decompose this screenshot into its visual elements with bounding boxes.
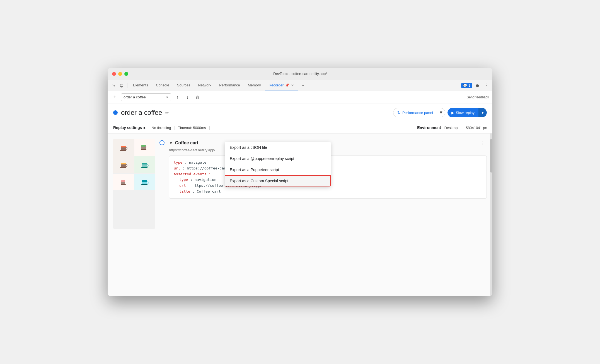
settings-btn[interactable] [473, 82, 481, 89]
svg-rect-2 [121, 87, 122, 87]
upload-btn[interactable]: ↑ [173, 93, 181, 101]
delete-recording-btn[interactable]: 🗑 [193, 93, 201, 101]
step-title: Coffee cart [175, 140, 199, 145]
chevron-down-icon-white: ▼ [481, 111, 484, 115]
title-bar: DevTools - coffee-cart.netlify.app/ [108, 68, 492, 80]
step-expand-icon[interactable]: ▼ [169, 141, 173, 145]
export-icon: ↓ [186, 95, 188, 100]
performance-panel-button-group: ↻ Performance panel ▼ [393, 108, 445, 117]
tab-sources[interactable]: Sources [173, 80, 194, 91]
tab-recorder[interactable]: Recorder 📌 ✕ [265, 80, 298, 91]
svg-rect-8 [145, 146, 146, 148]
recording-header: order a coffee ✏ ↻ Performance panel ▼ [108, 103, 492, 122]
tab-network[interactable]: Network [194, 80, 216, 91]
maximize-button[interactable] [124, 72, 128, 76]
svg-rect-5 [120, 150, 126, 151]
thumbnail-cell-3 [113, 156, 134, 173]
tab-elements[interactable]: Elements [129, 80, 152, 91]
environment-label: Environment [417, 125, 441, 130]
device-icon-btn[interactable] [118, 82, 125, 89]
svg-rect-21 [141, 184, 147, 185]
add-recording-btn[interactable]: + [111, 93, 119, 101]
environment-type: Desktop [444, 126, 458, 130]
recording-status-dot [113, 110, 118, 115]
thumbnail-cell-4 [134, 156, 155, 173]
tab-more[interactable]: » [298, 80, 308, 91]
step-more-options-btn[interactable]: ⋮ [479, 139, 487, 147]
export-json-item[interactable]: Export as a JSON file [225, 142, 331, 153]
export-btn[interactable]: ↓ [183, 93, 191, 101]
throttling-setting: No throttling [151, 126, 175, 130]
svg-rect-1 [121, 87, 122, 87]
tab-memory[interactable]: Memory [244, 80, 265, 91]
export-puppeteer-replay-item[interactable]: Export as a @puppeteer/replay script [225, 153, 331, 164]
step-thumbnail [113, 139, 155, 229]
export-puppeteer-item[interactable]: Export as a Puppeteer script [225, 164, 331, 175]
thumbnail-cell-1 [113, 139, 134, 156]
thumbnail-coffee-icon-3 [118, 159, 129, 170]
feedback-chat-badge[interactable]: 💬 1 [461, 83, 472, 88]
thumbnail-coffee-icon-5 [118, 176, 129, 188]
chevron-down-icon: ▼ [439, 110, 443, 115]
timeline-dot [159, 140, 164, 145]
chat-icon: 💬 [463, 84, 467, 88]
recorder-close-icon[interactable]: ✕ [291, 83, 294, 87]
three-dots-icon: ⋮ [484, 83, 488, 88]
tabs-right-area: 💬 1 ⋮ [461, 82, 490, 89]
minimize-button[interactable] [118, 72, 122, 76]
code-value-title: : Coffee cart [192, 189, 221, 193]
dropdown-chevron-icon: ▼ [166, 96, 169, 99]
svg-rect-20 [142, 180, 147, 182]
code-value-navigation: : navigation [190, 178, 216, 182]
thumbnail-cell-5 [113, 174, 134, 190]
code-key-url: url [174, 166, 180, 170]
main-content: order a coffee ✏ ↻ Performance panel ▼ [108, 103, 492, 296]
replay-settings-toggle[interactable]: Replay settings ▶ [113, 125, 146, 130]
thumbnail-cell-2 [134, 139, 155, 156]
export-custom-special-item[interactable]: Export as a Custom Special script [225, 175, 331, 186]
performance-panel-main-btn[interactable]: ↻ Performance panel [393, 108, 437, 117]
recorder-pin-icon: 📌 [285, 83, 289, 87]
upload-icon: ↑ [176, 95, 178, 100]
settings-details: No throttling Timeout: 5000ms [151, 126, 209, 130]
thumbnail-grid [113, 139, 155, 190]
cursor-icon-btn[interactable] [110, 82, 118, 89]
svg-rect-4 [121, 146, 126, 147]
edit-title-icon[interactable]: ✏ [165, 110, 169, 115]
thumbnail-coffee-icon-6 [139, 176, 150, 188]
environment-section: Environment Desktop 580×1041 px [417, 125, 487, 130]
code-line-6: title : Coffee cart [174, 189, 482, 195]
tab-performance[interactable]: Performance [215, 80, 244, 91]
traffic-lights [112, 72, 128, 76]
timeline-line [162, 145, 162, 229]
svg-rect-15 [141, 167, 147, 168]
slow-replay-dropdown-btn[interactable]: ▼ [478, 108, 487, 117]
scrollbar-thumb[interactable] [490, 139, 492, 173]
window-title: DevTools - coffee-cart.netlify.app/ [273, 72, 327, 76]
recording-title: order a coffee [121, 109, 162, 117]
svg-rect-0 [120, 84, 123, 86]
tab-console[interactable]: Console [152, 80, 173, 91]
settings-arrow-icon: ▶ [144, 126, 146, 129]
code-key-title: title [179, 189, 190, 193]
svg-rect-9 [141, 149, 146, 150]
more-options-btn[interactable]: ⋮ [482, 82, 490, 89]
slow-replay-main-btn[interactable]: ▶ Slow replay [447, 108, 478, 117]
recording-name-dropdown[interactable]: order a coffee ▼ [121, 93, 171, 101]
devtools-window: DevTools - coffee-cart.netlify.app/ Elem… [108, 68, 492, 296]
timeout-setting: Timeout: 5000ms [175, 126, 210, 130]
thumbnail-coffee-icon-4 [139, 159, 150, 170]
close-button[interactable] [112, 72, 116, 76]
gear-icon [475, 83, 480, 88]
svg-rect-18 [121, 184, 126, 185]
thumbnail-coffee-icon-2 [139, 142, 150, 153]
recording-toolbar: + order a coffee ▼ ↑ ↓ 🗑 Send feedback [108, 91, 492, 103]
code-key-url2: url [179, 183, 186, 188]
thumbnail-cell-6 [134, 174, 155, 190]
cursor-icon [112, 84, 116, 88]
refresh-icon: ↻ [397, 110, 401, 115]
performance-panel-dropdown-btn[interactable]: ▼ [437, 108, 445, 117]
send-feedback-link[interactable]: Send feedback [467, 95, 489, 99]
delete-icon: 🗑 [195, 95, 199, 100]
svg-rect-11 [121, 163, 126, 164]
